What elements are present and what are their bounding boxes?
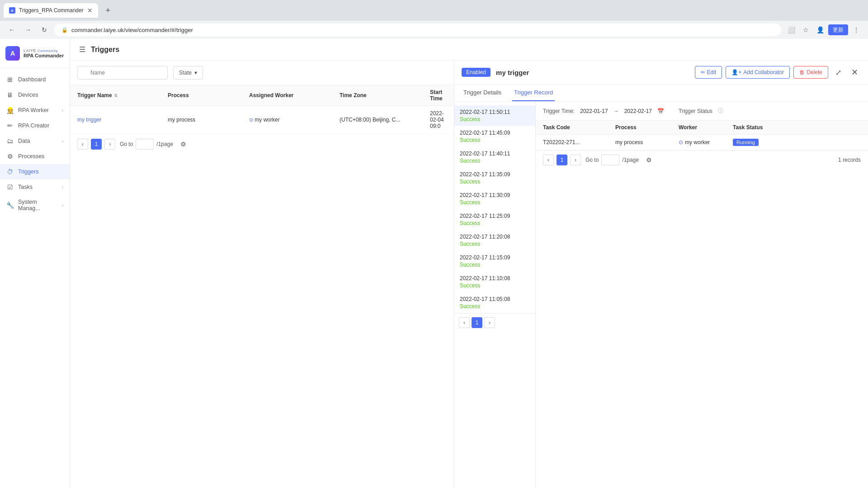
hamburger-icon[interactable]: ☰ — [79, 45, 85, 54]
profile-btn[interactable]: 👤 — [814, 23, 826, 36]
task-next-btn[interactable]: › — [570, 155, 581, 165]
address-bar[interactable]: 🔒 commander.laiye.uk/view/commander/#/tr… — [54, 23, 781, 36]
bookmark-btn[interactable]: ☆ — [799, 23, 812, 36]
record-item-5[interactable]: 2022-02-17 11:25:09 Success — [454, 209, 535, 230]
calendar-icon[interactable]: 📅 — [657, 108, 664, 114]
row-trigger-name: my trigger — [77, 117, 168, 123]
menu-btn[interactable]: ⋮ — [850, 23, 863, 36]
task-prev-btn[interactable]: ‹ — [543, 155, 554, 165]
sidebar-item-processes[interactable]: ⚙ Processes — [0, 149, 70, 164]
next-page-btn[interactable]: › — [104, 139, 115, 150]
record-item-0[interactable]: 2022-02-17 11:50:11 Success — [454, 105, 535, 126]
system-manage-icon: 🔧 — [6, 202, 14, 209]
trigger-name-link[interactable]: my trigger — [77, 117, 101, 123]
sidebar-item-devices[interactable]: 🖥 Devices — [0, 87, 70, 103]
task-pagination: ‹ 1 › Go to /1page ⚙ 1 records — [536, 150, 868, 169]
add-collaborator-btn[interactable]: 👤+ Add Collaborator — [726, 66, 790, 79]
goto-input[interactable] — [136, 139, 154, 150]
records-count: 1 records — [838, 157, 861, 163]
page-1-btn[interactable]: 1 — [91, 139, 102, 150]
sidebar-logo: A LAIYE Community RPA Commander — [0, 39, 70, 68]
sidebar-item-tasks[interactable]: ☑ Tasks › — [0, 179, 70, 195]
panel-header: Enabled my trigger ✏ Edit 👤+ Add Collabo… — [454, 61, 868, 84]
sidebar-item-data[interactable]: 🗂 Data › — [0, 133, 70, 149]
record-datetime-9: 2022-02-17 11:05:08 — [460, 296, 530, 302]
tab-trigger-details[interactable]: Trigger Details — [462, 84, 503, 101]
forward-btn[interactable]: → — [22, 23, 34, 36]
update-btn[interactable]: 更新 — [828, 24, 848, 35]
record-datetime-3: 2022-02-17 11:35:09 — [460, 171, 530, 178]
edit-btn[interactable]: ✏ Edit — [695, 66, 722, 79]
trigger-time-to: 2022-02-17 — [624, 108, 652, 114]
trigger-time-bar: Trigger Time: 2022-01-17 → 2022-02-17 📅 … — [536, 102, 868, 121]
running-badge: Running — [733, 139, 759, 146]
new-tab-btn[interactable]: + — [102, 4, 114, 17]
record-item-6[interactable]: 2022-02-17 11:20:08 Success — [454, 230, 535, 251]
add-collab-icon: 👤+ — [731, 69, 741, 75]
tab-trigger-record[interactable]: Trigger Record — [512, 84, 555, 101]
task-page-goto: Go to /1page — [585, 155, 639, 165]
table-settings-icon[interactable]: ⚙ — [178, 139, 189, 150]
task-worker-cell: ⊙ my worker — [679, 139, 733, 145]
delete-icon: 🗑 — [799, 69, 805, 75]
record-item-9[interactable]: 2022-02-17 11:05:08 Success — [454, 292, 535, 313]
tab-close-btn[interactable]: ✕ — [87, 7, 93, 14]
prev-page-btn[interactable]: ‹ — [77, 139, 88, 150]
record-page-1-btn[interactable]: 1 — [472, 317, 482, 328]
expand-btn[interactable]: ⤢ — [832, 66, 844, 79]
record-status-3: Success — [460, 178, 530, 185]
sidebar-item-rpa-worker[interactable]: 👷 RPA Worker › — [0, 103, 70, 118]
page-title: Triggers — [91, 46, 119, 54]
sidebar-item-rpa-creator[interactable]: ✏ RPA Creator — [0, 118, 70, 133]
task-table-row-0[interactable]: T202202-271... my process ⊙ my worker Ru… — [536, 135, 868, 150]
logo-community-span: Community — [38, 49, 58, 53]
task-worker-name: my worker — [685, 139, 710, 145]
system-manage-arrow: › — [62, 203, 63, 208]
trigger-list: 🔍 State ▾ Trigger Name ⇅ Process — [70, 61, 454, 488]
record-prev-btn[interactable]: ‹ — [459, 317, 470, 328]
trigger-time-label: Trigger Time: — [543, 108, 575, 114]
record-status-7: Success — [460, 262, 530, 268]
lock-icon: 🔒 — [61, 27, 68, 33]
table-row[interactable]: my trigger my process ⊙ my worker (UTC+0… — [70, 106, 454, 134]
record-item-8[interactable]: 2022-02-17 11:10:08 Success — [454, 272, 535, 292]
record-datetime-8: 2022-02-17 11:10:08 — [460, 275, 530, 282]
sidebar-item-system-manage[interactable]: 🔧 System Manag... › — [0, 195, 70, 216]
trigger-status-label: Trigger Status — [679, 108, 712, 114]
state-filter-btn[interactable]: State ▾ — [173, 66, 203, 80]
tab-trigger-details-label: Trigger Details — [463, 89, 501, 96]
record-status-6: Success — [460, 241, 530, 247]
reload-btn[interactable]: ↻ — [38, 23, 51, 36]
task-process-cell: my process — [615, 139, 679, 145]
record-item-1[interactable]: 2022-02-17 11:45:09 Success — [454, 126, 535, 147]
row-process: my process — [168, 117, 249, 123]
app-container: A LAIYE Community RPA Commander ⊞ Dashbo… — [0, 39, 868, 488]
row-timezone: (UTC+08:00) Beijing, C... — [340, 117, 430, 123]
record-next-btn[interactable]: › — [484, 317, 495, 328]
pagination: ‹ 1 › Go to /1page ⚙ — [70, 134, 454, 154]
task-goto-input[interactable] — [601, 155, 619, 165]
data-arrow: › — [62, 139, 63, 144]
record-item-3[interactable]: 2022-02-17 11:35:09 Success — [454, 168, 535, 188]
sidebar-label-triggers: Triggers — [18, 169, 38, 175]
record-pagination: ‹ 1 › — [454, 313, 535, 332]
record-item-7[interactable]: 2022-02-17 11:15:09 Success — [454, 251, 535, 272]
search-input[interactable] — [77, 66, 168, 80]
back-btn[interactable]: ← — [5, 23, 18, 36]
sort-trigger-name-icon: ⇅ — [114, 93, 118, 98]
edit-icon: ✏ — [701, 69, 705, 75]
task-page-1-btn[interactable]: 1 — [557, 155, 567, 165]
record-item-2[interactable]: 2022-02-17 11:40:11 Success — [454, 147, 535, 168]
browser-tab[interactable]: A Triggers_RPA Commander ✕ — [4, 3, 98, 18]
sidebar-label-dashboard: Dashboard — [18, 76, 46, 83]
sidebar-item-dashboard[interactable]: ⊞ Dashboard — [0, 72, 70, 87]
main-header: ☰ Triggers — [70, 39, 868, 61]
sidebar-item-triggers[interactable]: ⏱ Triggers — [0, 164, 70, 179]
delete-btn[interactable]: 🗑 Delete — [793, 66, 828, 79]
task-table-settings-icon[interactable]: ⚙ — [643, 155, 654, 165]
record-item-4[interactable]: 2022-02-17 11:30:09 Success — [454, 188, 535, 209]
cast-btn[interactable]: ⬜ — [785, 23, 797, 36]
sidebar: A LAIYE Community RPA Commander ⊞ Dashbo… — [0, 39, 70, 488]
close-panel-btn[interactable]: ✕ — [848, 66, 861, 79]
trigger-status-info-icon[interactable]: ⓘ — [718, 107, 723, 115]
